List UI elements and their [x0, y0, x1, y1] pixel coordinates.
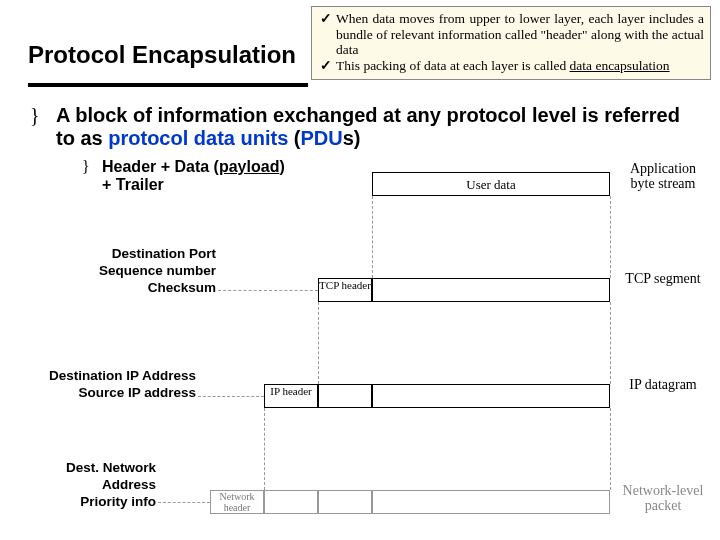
- vline-3r: [610, 408, 611, 490]
- vline-1l: [372, 196, 373, 278]
- segment-user-data: User data: [372, 172, 610, 196]
- leader-net: [158, 502, 210, 503]
- annot-net-l1: Dest. Network: [42, 460, 156, 477]
- annot-tcp-l3: Checksum: [60, 280, 216, 297]
- segment-tcp-header: TCP header: [318, 278, 372, 302]
- segment-net-tcp: [318, 490, 372, 514]
- annot-ip-l1: Destination IP Address: [20, 368, 196, 385]
- row-label-tcp: TCP segment: [618, 272, 708, 287]
- annot-tcp-l1: Destination Port: [60, 246, 216, 263]
- annot-tcp-l2: Sequence number: [60, 263, 216, 280]
- segment-net-data: [372, 490, 610, 514]
- annot-net: Dest. Network Address Priority info: [42, 460, 156, 511]
- annot-ip-l2: Source IP address: [20, 385, 196, 402]
- row-label-app: Application byte stream: [618, 162, 708, 191]
- encapsulation-diagram: User data Application byte stream TCP he…: [0, 0, 720, 540]
- annot-net-l2: Address: [42, 477, 156, 494]
- leader-ip: [198, 396, 264, 397]
- vline-2r: [610, 302, 611, 384]
- segment-ip-data: [372, 384, 610, 408]
- vline-2l: [318, 302, 319, 384]
- annot-tcp: Destination Port Sequence number Checksu…: [60, 246, 216, 297]
- row-label-ip: IP datagram: [618, 378, 708, 393]
- vline-1r: [610, 196, 611, 278]
- segment-tcp-data: [372, 278, 610, 302]
- annot-net-l3: Priority info: [42, 494, 156, 511]
- segment-net-header: Network header: [210, 490, 264, 514]
- annot-ip: Destination IP Address Source IP address: [20, 368, 196, 402]
- leader-tcp: [218, 290, 318, 291]
- segment-ip-tcp: [318, 384, 372, 408]
- segment-net-ip: [264, 490, 318, 514]
- row-label-net: Network-level packet: [618, 484, 708, 513]
- vline-3l: [264, 408, 265, 490]
- segment-ip-header: IP header: [264, 384, 318, 408]
